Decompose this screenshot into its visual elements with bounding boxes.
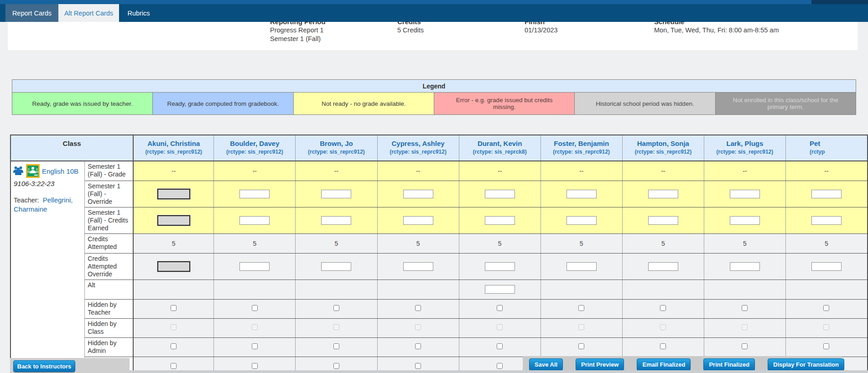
hidden-by-teacher-checkbox[interactable]	[660, 305, 666, 311]
credits-attempted-override-cell-7	[704, 253, 785, 280]
email-finalized-button[interactable]: Email Finalized	[637, 358, 691, 371]
credits-attempted-override-input[interactable]	[403, 262, 433, 271]
hidden-by-class-cell-0	[133, 318, 214, 337]
student-name-link[interactable]: Cypress, Ashley	[378, 140, 459, 147]
hidden-by-admin-checkbox[interactable]	[333, 343, 339, 349]
override-input[interactable]	[648, 190, 678, 198]
hidden-by-teacher-checkbox[interactable]	[252, 305, 258, 311]
student-column-header-1: Boulder, Davey(rctype: sis_reprc912)	[214, 135, 296, 161]
hidden-by-teacher-checkbox[interactable]	[578, 305, 584, 311]
credits-attempted-override-input[interactable]	[730, 262, 760, 271]
student-rctype: (rctype: sis_reprc912)	[214, 149, 295, 155]
student-name-link[interactable]: Akuni, Christina	[134, 140, 213, 147]
student-column-header-4: Durant, Kevin(rctype: sis_reprck8)	[459, 135, 541, 161]
gc-dash	[34, 175, 38, 176]
tab-rubrics[interactable]: Rubrics	[119, 4, 158, 22]
hidden-by-teacher-checkbox[interactable]	[333, 305, 339, 311]
tab-alt-report-cards[interactable]: Alt Report Cards	[58, 4, 119, 22]
grade-cell-0: --	[133, 161, 214, 181]
hidden-by-teacher-checkbox[interactable]	[415, 305, 421, 311]
hidden-by-class-checkbox	[578, 324, 584, 330]
credits-earned-input[interactable]	[485, 216, 515, 225]
hidden-by-admin-cell-7	[704, 337, 785, 357]
credits-attempted-value: 5	[661, 240, 665, 247]
credits-attempted-cell-7: 5	[704, 233, 785, 253]
hidden-by-admin-checkbox[interactable]	[415, 343, 421, 349]
hidden-by-admin-checkbox[interactable]	[578, 343, 584, 349]
student-name-link[interactable]: Pet	[810, 140, 867, 147]
grade-value: --	[498, 167, 502, 175]
row-label-credits-attempted: Credits Attempted	[85, 233, 133, 253]
finish-value: 01/13/2023	[525, 26, 558, 35]
credits-earned-cell-4	[459, 207, 541, 233]
hidden-by-admin-checkbox[interactable]	[742, 343, 748, 349]
credits-earned-input[interactable]	[567, 216, 597, 225]
grade-cell-7: --	[704, 161, 785, 181]
student-name-link[interactable]: Boulder, Davey	[214, 140, 295, 147]
back-to-instructors-button[interactable]: Back to Instructors	[13, 360, 75, 372]
override-cell-1	[214, 181, 296, 207]
credits-attempted-value: 5	[743, 240, 747, 247]
override-input[interactable]	[730, 190, 760, 198]
hidden-by-admin-checkbox[interactable]	[171, 343, 177, 349]
override-input[interactable]	[811, 190, 842, 198]
hidden-by-teacher-checkbox[interactable]	[823, 305, 829, 311]
hidden-by-admin-checkbox[interactable]	[823, 343, 829, 349]
hidden-by-teacher-checkbox[interactable]	[171, 305, 177, 311]
credits-earned-input[interactable]	[321, 216, 351, 225]
student-name-link[interactable]: Foster, Benjamin	[541, 140, 622, 147]
credits-earned-input[interactable]	[403, 216, 433, 225]
credits-attempted-override-input[interactable]	[567, 262, 597, 271]
hide-all-checkbox[interactable]	[252, 363, 258, 369]
credits-earned-input[interactable]	[811, 216, 842, 225]
student-name-link[interactable]: Lark, Plugs	[704, 140, 785, 147]
student-rctype: (rctyp	[810, 149, 867, 155]
hide-all-checkbox[interactable]	[415, 363, 421, 369]
hidden-by-admin-checkbox[interactable]	[497, 343, 503, 349]
hidden-by-admin-checkbox[interactable]	[660, 343, 666, 349]
override-input[interactable]	[485, 190, 515, 198]
google-classroom-icon[interactable]	[26, 164, 40, 178]
save-all-button[interactable]: Save All	[529, 358, 563, 371]
hidden-by-class-checkbox	[660, 324, 666, 330]
hide-all-checkbox[interactable]	[333, 363, 339, 369]
alt-cell-1	[214, 280, 296, 299]
credits-earned-input[interactable]	[239, 216, 270, 225]
student-name-link[interactable]: Durant, Kevin	[459, 140, 541, 147]
credits-attempted-override-input[interactable]	[811, 262, 842, 271]
hidden-by-teacher-checkbox[interactable]	[742, 305, 748, 311]
grade-value: --	[172, 167, 176, 175]
class-name-link[interactable]: English 10B	[42, 167, 78, 175]
credits-attempted-override-input[interactable]	[321, 262, 351, 271]
horizontal-scrollbar[interactable]	[129, 370, 868, 373]
credits-earned-input[interactable]	[730, 216, 760, 225]
reporting-period-block: Reporting Period Progress Report 1 Semes…	[270, 22, 326, 43]
student-name-link[interactable]: Hampton, Sonja	[623, 140, 704, 147]
print-preview-button[interactable]: Print Preview	[576, 358, 624, 371]
display-for-translation-button[interactable]: Display For Translation	[768, 358, 844, 371]
hide-all-checkbox[interactable]	[171, 363, 177, 369]
class-roster-icon[interactable]	[13, 166, 24, 177]
row-label-credits-earned: Semester 1 (Fall) - Credits Earned	[85, 207, 133, 233]
override-input[interactable]	[239, 190, 270, 198]
credits-attempted-override-input[interactable]	[648, 262, 678, 271]
override-input[interactable]	[403, 190, 433, 198]
alt-input[interactable]	[485, 285, 515, 294]
hidden-by-admin-checkbox[interactable]	[252, 343, 258, 349]
credits-attempted-override-input[interactable]	[485, 262, 515, 271]
credits-earned-input[interactable]	[648, 216, 678, 225]
credits-attempted-value: 5	[253, 240, 256, 247]
override-input[interactable]	[567, 190, 597, 198]
hide-all-checkbox[interactable]	[497, 363, 503, 369]
grade-value: --	[824, 167, 828, 175]
tab-report-cards[interactable]: Report Cards	[5, 4, 58, 22]
tab-bar: Report Cards Alt Report Cards Rubrics	[0, 4, 868, 22]
print-finalized-button[interactable]: Print Finalized	[703, 358, 755, 371]
credits-attempted-override-input[interactable]	[239, 262, 270, 271]
grade-value: --	[743, 167, 747, 175]
hidden-by-teacher-cell-3	[377, 299, 459, 318]
hidden-by-teacher-cell-0	[133, 299, 214, 318]
student-name-link[interactable]: Brown, Jo	[296, 140, 377, 147]
hidden-by-teacher-checkbox[interactable]	[497, 305, 503, 311]
override-input[interactable]	[321, 190, 351, 198]
